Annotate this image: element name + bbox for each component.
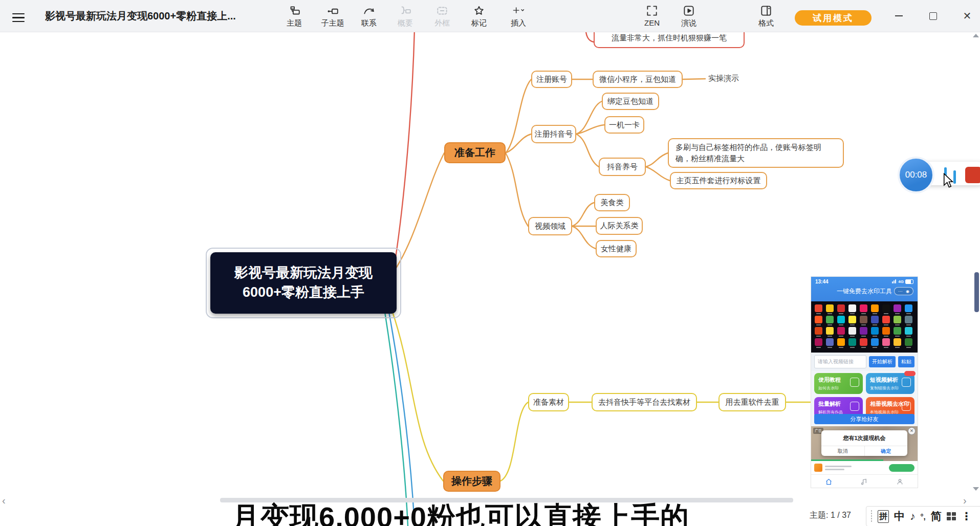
hamburger-menu-icon[interactable]: [12, 11, 25, 21]
app-icon: [894, 316, 901, 323]
ad-banner-button: [889, 464, 914, 472]
toolbar-topic-label: 主题: [287, 18, 302, 28]
attached-screenshot-image[interactable]: 13:44 4G 一键免费去水印工具 ⋯◉ 请输入视频链接 开始解析 粘贴 使用…: [811, 277, 918, 488]
toolbar-present-label: 演说: [681, 18, 696, 28]
ime-punctuation-button[interactable]: °,: [921, 512, 926, 521]
app-icon: [905, 327, 912, 335]
app-icon: [815, 327, 822, 335]
toolbar-zen-button[interactable]: ZEN: [634, 4, 670, 27]
toolbar-boundary-button: 外框: [424, 4, 461, 28]
node-dedupe-software[interactable]: 用去重软件去重: [718, 393, 786, 411]
trial-mode-button[interactable]: 试用模式: [795, 10, 872, 26]
toolbar-relation-button[interactable]: 联系: [351, 4, 387, 28]
music-icon: [860, 478, 868, 486]
app-icon: [894, 327, 901, 335]
app-icon: [860, 327, 867, 335]
app-icon: [882, 338, 890, 346]
ime-toolbox-icon[interactable]: [947, 512, 956, 520]
node-video-field[interactable]: 视频领域: [528, 217, 572, 235]
toolbar-marker-button[interactable]: 标记: [461, 4, 497, 28]
node-homepage-setup[interactable]: 主页五件套进行对标设置: [670, 172, 767, 189]
app-icon: [815, 338, 822, 346]
maximize-button[interactable]: [922, 7, 944, 25]
phone-app-title: 一键免费去水印工具: [837, 287, 892, 296]
minimize-button[interactable]: [887, 7, 910, 25]
node-register-douyin[interactable]: 注册抖音号: [531, 125, 576, 143]
scroll-right-arrow[interactable]: ›: [963, 495, 967, 506]
dialog-cancel-button: 取消: [821, 446, 864, 456]
app-window: { "colors": { "accent_orange": "#f7a21b"…: [0, 0, 980, 526]
central-topic-line2: 6000+零粉直接上手: [243, 283, 364, 302]
node-register-account[interactable]: 注册账号: [531, 71, 572, 88]
minimize-icon: [895, 15, 903, 16]
topic-icon: [288, 4, 301, 17]
plus-icon: [512, 4, 525, 17]
mindmap-canvas[interactable]: 流量非常大，抓住时机狠狠赚一笔 准备工作 注册账号 微信小程序，豆包知道 实操演…: [0, 32, 980, 526]
node-relationship[interactable]: 人际关系类: [596, 217, 643, 235]
vertical-scrollbar-thumb[interactable]: [974, 272, 979, 312]
parse-button: 开始解析: [869, 356, 896, 367]
ad-banner: [811, 461, 918, 474]
toolbar-summary-label: 概要: [398, 18, 413, 28]
ime-language-button[interactable]: 中: [894, 509, 905, 523]
node-food[interactable]: 美食类: [594, 194, 630, 211]
toolbar-present-button[interactable]: 演说: [670, 4, 707, 28]
app-icon: [837, 327, 845, 335]
toolbar-summary-button: 概要: [387, 4, 424, 28]
node-prepare-material[interactable]: 准备素材: [528, 393, 569, 411]
toolbar-topic-button[interactable]: 主题: [276, 4, 313, 28]
toolbar-format-button[interactable]: 格式: [748, 4, 785, 28]
phone-header: 13:44 4G 一键免费去水印工具 ⋯◉: [811, 277, 918, 301]
ime-sound-button[interactable]: ♪: [910, 510, 916, 522]
album-icon: [902, 402, 911, 411]
toolbar-relation-label: 联系: [361, 18, 377, 28]
ime-drag-handle[interactable]: [870, 510, 873, 523]
ad-video-area: 广告 ✕ 您有1次提现机会 取消 确定: [811, 426, 918, 461]
toolbar-subtopic-button[interactable]: 子主题: [314, 4, 351, 28]
summary-icon: [399, 4, 412, 17]
app-icon: [848, 327, 856, 335]
app-icon: [882, 304, 890, 312]
titlebar: 影视号最新玩法月变现6000+零粉直接上... 主题 子主题 联系 概要 外框 …: [0, 0, 980, 32]
ime-simplified-button[interactable]: 简: [931, 509, 942, 523]
app-icon: [837, 304, 845, 312]
node-douyin-nurture[interactable]: 抖音养号: [599, 158, 646, 176]
node-traffic-opportunity[interactable]: 流量非常大，抓住时机狠狠赚一笔: [594, 32, 745, 48]
node-preparation[interactable]: 准备工作: [444, 142, 506, 163]
close-button[interactable]: ✕: [956, 7, 978, 25]
relation-icon: [362, 4, 376, 17]
stop-recording-button[interactable]: [965, 167, 980, 183]
node-wechat-miniprogram[interactable]: 微信小程序，豆包知道: [593, 71, 683, 88]
format-panel-icon: [759, 4, 773, 17]
node-operation-steps[interactable]: 操作步骤: [443, 471, 500, 492]
withdraw-dialog: 您有1次提现机会 取消 确定: [821, 430, 907, 456]
phone-bottom-nav: [811, 474, 918, 488]
home-icon: [825, 478, 833, 486]
toolbar-insert-button[interactable]: 插入: [500, 4, 537, 28]
app-icon: [860, 338, 867, 346]
node-find-material[interactable]: 去抖音快手等平台去找素材: [592, 393, 697, 411]
node-one-machine-one-card[interactable]: 一机一卡: [604, 116, 644, 134]
batch-icon: [850, 402, 859, 411]
app-icon: [815, 316, 822, 323]
ad-banner-logo: [814, 464, 822, 472]
scroll-up-arrow[interactable]: [973, 34, 979, 37]
node-demo[interactable]: 实操演示: [706, 73, 741, 84]
document-title: 影视号最新玩法月变现6000+零粉直接上...: [45, 9, 236, 23]
app-icon: [905, 304, 912, 312]
ime-pinyin-button[interactable]: 拼: [878, 510, 889, 523]
app-icon: [894, 304, 901, 312]
scroll-left-arrow[interactable]: ‹: [2, 495, 6, 506]
app-icon: [815, 304, 822, 312]
node-female-health[interactable]: 女性健康: [596, 240, 637, 257]
central-topic[interactable]: 影视号最新玩法月变现 6000+零粉直接上手: [206, 248, 401, 318]
node-bind-doubao[interactable]: 绑定豆包知道: [602, 93, 659, 110]
ime-more-button[interactable]: ⋮: [961, 510, 972, 522]
app-icon: [905, 316, 912, 323]
app-icon: [826, 304, 834, 312]
central-topic-box: 影视号最新玩法月变现 6000+零粉直接上手: [210, 252, 397, 314]
folder-icon: [902, 378, 911, 387]
scroll-down-arrow[interactable]: [973, 487, 979, 491]
recording-timer[interactable]: 00:08: [898, 157, 934, 193]
node-brush-works[interactable]: 多刷与自己标签相符的作品，使账号标签明确，粉丝精准流量大: [668, 138, 844, 168]
